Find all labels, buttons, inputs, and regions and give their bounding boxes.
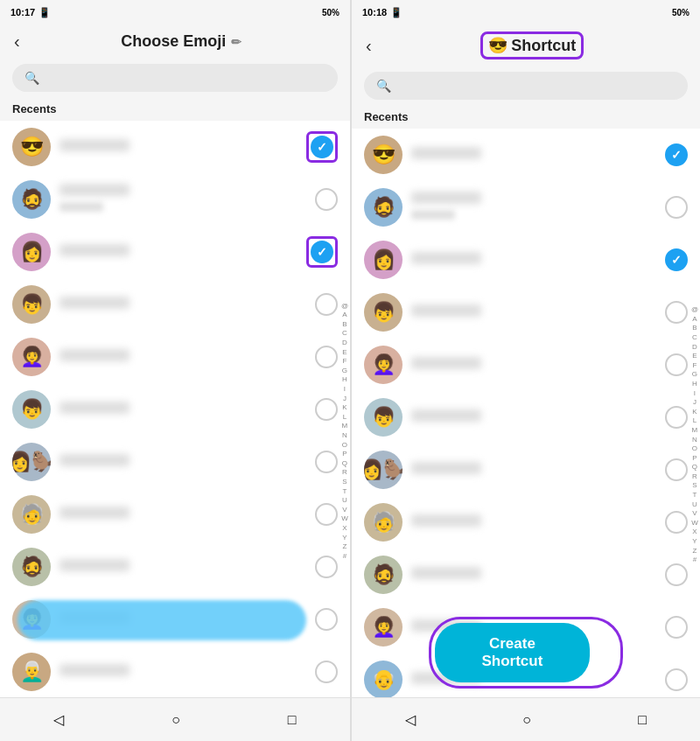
contact-item-4-right[interactable]: 👦: [352, 286, 700, 339]
avatar-7-right: 👩‍🦫: [364, 451, 402, 489]
contact-item-7-right[interactable]: 👩‍🦫: [352, 444, 700, 496]
contact-info-1-left: [60, 139, 298, 155]
recents-label-right: Recents: [352, 108, 700, 129]
contact-item-2-left[interactable]: 🧔: [0, 173, 350, 226]
checkbox-4-right[interactable]: [665, 301, 688, 324]
checkbox-8-left[interactable]: [315, 503, 338, 526]
bottom-nav-right: ◁ ○ □: [352, 697, 700, 741]
blue-button-overlay: [18, 600, 306, 640]
checkbox-9-left[interactable]: [315, 556, 338, 578]
home-nav-left[interactable]: ○: [172, 712, 180, 728]
whatsapp-icon-right: 📱: [390, 7, 402, 18]
checkbox-8-right[interactable]: [665, 511, 688, 534]
create-shortcut-button[interactable]: Create Shortcut: [435, 623, 589, 682]
checkbox-3-right[interactable]: [665, 248, 688, 271]
right-header-title: 😎 Shortcut: [379, 31, 686, 59]
contact-item-6-left[interactable]: 👦: [0, 383, 350, 436]
checkbox-5-left[interactable]: [315, 346, 338, 368]
avatar-7-left: 👩‍🦫: [12, 443, 51, 481]
avatar-4-left: 👦: [12, 285, 51, 324]
contact-item-1-left[interactable]: 😎: [0, 121, 350, 173]
right-panel: 10:18 📱 50% ‹ 😎 Shortcut 🔍 Recents 😎: [350, 0, 700, 741]
contact-item-8-left[interactable]: 🧓: [0, 488, 350, 541]
contact-name-5-right: [411, 357, 481, 369]
contact-name-7-left: [60, 454, 130, 466]
search-icon-left: 🔍: [24, 71, 39, 85]
recents-label-left: Recents: [0, 101, 350, 121]
edit-icon[interactable]: ✏: [231, 35, 242, 49]
contact-info-6-left: [60, 402, 306, 417]
checkbox-7-right[interactable]: [665, 458, 688, 481]
contact-name-9-left: [60, 559, 130, 571]
avatar-1-left: 😎: [12, 128, 51, 166]
contact-item-7-left[interactable]: 👩‍🦫: [0, 436, 350, 488]
back-button-right[interactable]: ‹: [366, 36, 372, 56]
recent-nav-left[interactable]: □: [288, 712, 297, 728]
home-nav-right[interactable]: ○: [522, 712, 531, 728]
checkbox-6-right[interactable]: [665, 406, 688, 429]
avatar-4-right: 👦: [364, 293, 402, 332]
contact-sub-2-left: [60, 202, 103, 212]
contact-item-8-right[interactable]: 🧓: [352, 496, 700, 549]
search-container-right: 🔍: [352, 66, 700, 108]
left-header-title: Choose Emoji ✏: [27, 32, 336, 51]
contact-name-7-right: [411, 462, 481, 474]
back-nav-left[interactable]: ◁: [53, 711, 64, 728]
contact-info-3-left: [60, 244, 298, 260]
avatar-9-right: 🧔: [364, 556, 402, 594]
contact-name-3-right: [411, 252, 481, 264]
create-shortcut-wrapper: Create Shortcut: [352, 617, 700, 689]
contact-item-3-left[interactable]: 👩: [0, 226, 350, 278]
status-right: 50%: [322, 8, 340, 17]
back-nav-right[interactable]: ◁: [405, 711, 416, 728]
contact-item-4-left[interactable]: 👦: [0, 278, 350, 331]
search-bar-right[interactable]: 🔍: [364, 72, 688, 100]
checkbox-11-left[interactable]: [315, 661, 338, 683]
checkbox-4-left[interactable]: [315, 293, 338, 316]
checkbox-2-left[interactable]: [315, 188, 338, 211]
contact-name-6-left: [60, 402, 130, 414]
checkbox-highlight-1: [306, 131, 338, 163]
contact-item-9-left[interactable]: 🧔: [0, 541, 350, 593]
contact-item-11-left[interactable]: 👨‍🦳: [0, 646, 350, 698]
avatar-6-left: 👦: [12, 390, 51, 429]
avatar-8-right: 🧓: [364, 503, 402, 542]
bottom-nav-left: ◁ ○ □: [0, 697, 350, 741]
contact-item-3-right[interactable]: 👩: [352, 234, 700, 286]
contact-info-6-right: [411, 409, 656, 425]
contact-name-8-right: [411, 514, 481, 527]
time-right: 10:18: [362, 7, 387, 17]
checkbox-5-right[interactable]: [665, 353, 688, 376]
back-button-left[interactable]: ‹: [14, 31, 20, 52]
checkbox-1-left[interactable]: [311, 136, 333, 158]
checkbox-3-left[interactable]: [311, 241, 333, 263]
checkbox-1-right[interactable]: [665, 143, 688, 166]
left-panel: 10:17 📱 50% ‹ Choose Emoji ✏ 🔍 Recents 😎: [0, 0, 350, 741]
battery-left: 50%: [322, 8, 340, 17]
avatar-11-left: 👨‍🦳: [12, 653, 51, 691]
contact-name-5-left: [60, 349, 130, 361]
search-bar-left[interactable]: 🔍: [12, 64, 338, 92]
status-bar-left: 10:17 📱 50%: [0, 0, 350, 24]
contact-item-1-right[interactable]: 😎: [352, 129, 700, 181]
checkbox-10-left[interactable]: [315, 608, 338, 631]
checkbox-9-right[interactable]: [665, 563, 688, 586]
choose-emoji-title: Choose Emoji: [121, 32, 226, 51]
whatsapp-icon: 📱: [38, 7, 51, 18]
contact-info-9-left: [60, 559, 306, 575]
checkbox-highlight-3: [306, 236, 338, 268]
contact-item-2-right[interactable]: 🧔: [352, 181, 700, 234]
contact-item-9-right[interactable]: 🧔: [352, 549, 700, 601]
checkbox-2-right[interactable]: [665, 196, 688, 219]
contact-item-5-left[interactable]: 👩‍🦱: [0, 331, 350, 383]
contact-info-4-right: [411, 304, 656, 320]
contact-item-5-right[interactable]: 👩‍🦱: [352, 339, 700, 391]
create-shortcut-highlight: Create Shortcut: [429, 617, 623, 689]
checkbox-6-left[interactable]: [315, 398, 338, 421]
recent-nav-right[interactable]: □: [638, 712, 647, 728]
contact-name-11-left: [60, 664, 130, 676]
checkbox-7-left[interactable]: [315, 451, 338, 473]
avatar-3-left: 👩: [12, 233, 51, 271]
contact-item-6-right[interactable]: 👦: [352, 391, 700, 444]
time-left: 10:17: [10, 7, 35, 17]
